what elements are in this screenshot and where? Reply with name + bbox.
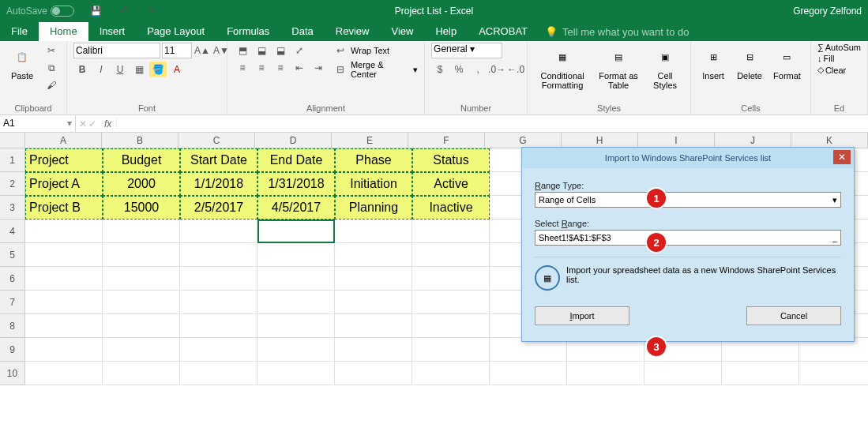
cell[interactable]: 2/5/2017 bbox=[180, 196, 257, 220]
align-middle-icon[interactable]: ⬓ bbox=[253, 43, 270, 58]
align-bottom-icon[interactable]: ⬓ bbox=[272, 43, 289, 58]
cell[interactable]: Planning bbox=[335, 196, 412, 220]
row-header[interactable]: 4 bbox=[0, 220, 25, 243]
col-header[interactable]: I bbox=[638, 133, 715, 148]
cell[interactable] bbox=[412, 267, 490, 291]
indent-increase-icon[interactable]: ⇥ bbox=[310, 60, 327, 76]
cell-styles-button[interactable]: ▣Cell Styles bbox=[646, 43, 684, 92]
decrease-decimal-icon[interactable]: ←.0 bbox=[507, 62, 524, 77]
cell[interactable] bbox=[103, 220, 180, 243]
increase-decimal-icon[interactable]: .0→ bbox=[488, 62, 505, 77]
cell[interactable] bbox=[25, 362, 103, 385]
tell-me-search[interactable]: 💡 Tell me what you want to do bbox=[545, 22, 689, 41]
paste-button[interactable]: 📋 Paste bbox=[6, 43, 38, 82]
tab-data[interactable]: Data bbox=[280, 22, 324, 41]
cell[interactable] bbox=[412, 243, 490, 267]
cell[interactable] bbox=[644, 362, 722, 385]
fill-button[interactable]: ↓ Fill bbox=[817, 54, 835, 63]
autosave-toggle[interactable]: AutoSave bbox=[6, 6, 74, 17]
cell[interactable] bbox=[257, 267, 335, 291]
cell[interactable] bbox=[335, 267, 412, 291]
cell[interactable]: 1/1/2018 bbox=[180, 172, 257, 196]
cell[interactable] bbox=[257, 243, 335, 267]
cell[interactable] bbox=[180, 362, 257, 385]
cell[interactable] bbox=[335, 291, 412, 314]
align-center-icon[interactable]: ≡ bbox=[253, 60, 270, 76]
conditional-formatting-button[interactable]: ▦Conditional Formatting bbox=[534, 43, 591, 92]
wrap-text-button[interactable]: ↩Wrap Text bbox=[332, 43, 418, 58]
range-type-combo[interactable]: Range of Cells ▾ bbox=[535, 192, 841, 208]
cell[interactable] bbox=[257, 338, 335, 362]
col-header[interactable]: G bbox=[485, 133, 562, 148]
row-header[interactable]: 10 bbox=[0, 362, 25, 385]
cell[interactable] bbox=[103, 314, 180, 338]
font-name-combo[interactable] bbox=[73, 43, 160, 58]
redo-icon[interactable]: ↷ bbox=[144, 3, 161, 19]
cell[interactable]: Active bbox=[412, 172, 490, 196]
cell[interactable] bbox=[25, 220, 103, 243]
cell[interactable] bbox=[799, 362, 868, 385]
currency-icon[interactable]: $ bbox=[431, 62, 449, 77]
row-header[interactable]: 9 bbox=[0, 338, 25, 362]
cell[interactable] bbox=[335, 338, 412, 362]
tab-file[interactable]: File bbox=[0, 22, 39, 41]
cell[interactable]: 15000 bbox=[103, 196, 180, 220]
save-icon[interactable]: 💾 bbox=[87, 3, 104, 19]
cell[interactable] bbox=[335, 314, 412, 338]
select-range-input[interactable]: Sheet1!$A$1:$F$3 _ bbox=[535, 230, 841, 246]
italic-button[interactable]: I bbox=[92, 62, 110, 77]
undo-icon[interactable]: ↶ bbox=[115, 3, 133, 19]
cell[interactable]: Phase bbox=[335, 148, 412, 172]
cell[interactable] bbox=[257, 220, 335, 243]
cell[interactable]: 2000 bbox=[103, 172, 180, 196]
cell[interactable]: 1/31/2018 bbox=[257, 172, 335, 196]
indent-decrease-icon[interactable]: ⇤ bbox=[291, 60, 308, 76]
font-color-icon[interactable]: A bbox=[168, 62, 186, 77]
col-header[interactable]: J bbox=[715, 133, 791, 148]
cell[interactable]: Inactive bbox=[412, 196, 490, 220]
col-header[interactable]: D bbox=[255, 133, 332, 148]
cell[interactable]: Budget bbox=[103, 148, 180, 172]
dialog-titlebar[interactable]: Import to Windows SharePoint Services li… bbox=[522, 148, 854, 168]
enter-formula-icon[interactable]: ✓ bbox=[88, 118, 96, 129]
user-name[interactable]: Gregory Zelfond bbox=[793, 6, 862, 17]
tab-home[interactable]: Home bbox=[39, 22, 88, 41]
cell[interactable] bbox=[25, 267, 103, 291]
cell[interactable]: Status bbox=[412, 148, 490, 172]
row-header[interactable]: 3 bbox=[0, 196, 25, 220]
cell[interactable] bbox=[412, 362, 490, 385]
col-header[interactable]: B bbox=[102, 133, 178, 148]
cell[interactable] bbox=[335, 220, 412, 243]
clear-button[interactable]: ◇ Clear bbox=[817, 65, 846, 75]
autosum-button[interactable]: ∑ AutoSum bbox=[817, 43, 861, 52]
percent-icon[interactable]: % bbox=[450, 62, 468, 77]
row-header[interactable]: 2 bbox=[0, 172, 25, 196]
cell[interactable] bbox=[25, 338, 103, 362]
cell[interactable] bbox=[257, 314, 335, 338]
import-button[interactable]: Import bbox=[535, 306, 629, 325]
cell[interactable] bbox=[180, 314, 257, 338]
col-header[interactable]: F bbox=[408, 133, 485, 148]
orientation-icon[interactable]: ⤢ bbox=[291, 43, 308, 58]
cell[interactable] bbox=[180, 220, 257, 243]
cell[interactable] bbox=[412, 220, 490, 243]
row-header[interactable]: 1 bbox=[0, 148, 25, 172]
format-as-table-button[interactable]: ▤Format as Table bbox=[596, 43, 641, 92]
cell[interactable] bbox=[103, 243, 180, 267]
range-picker-icon[interactable]: _ bbox=[832, 233, 837, 242]
name-box[interactable]: A1▾ bbox=[0, 115, 76, 133]
select-all-corner[interactable] bbox=[0, 133, 25, 148]
cell[interactable] bbox=[412, 338, 490, 362]
cell[interactable] bbox=[25, 291, 103, 314]
cell[interactable]: End Date bbox=[257, 148, 335, 172]
cell[interactable]: Initiation bbox=[335, 172, 412, 196]
bold-button[interactable]: B bbox=[73, 62, 91, 77]
cancel-button[interactable]: Cancel bbox=[746, 306, 841, 325]
cell[interactable] bbox=[25, 314, 103, 338]
insert-cells-button[interactable]: ⊞Insert bbox=[697, 43, 729, 82]
cell[interactable] bbox=[180, 243, 257, 267]
fx-icon[interactable]: fx bbox=[100, 118, 117, 129]
cell[interactable]: 4/5/2017 bbox=[257, 196, 335, 220]
col-header[interactable]: E bbox=[332, 133, 408, 148]
cell[interactable] bbox=[180, 291, 257, 314]
